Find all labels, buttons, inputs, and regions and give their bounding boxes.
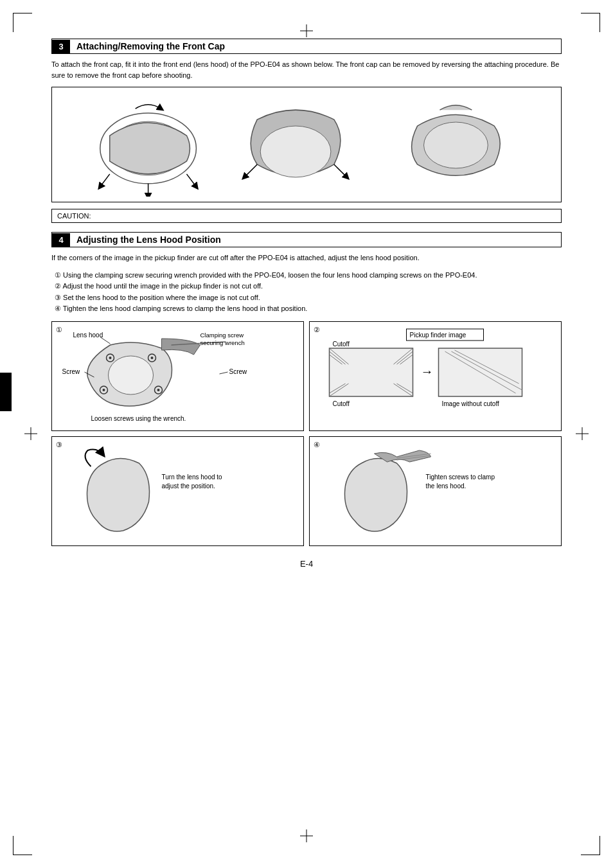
svg-text:Pickup finder image: Pickup finder image — [410, 332, 466, 339]
section3-number: 3 — [52, 40, 70, 53]
svg-text:Lens hood: Lens hood — [73, 332, 103, 339]
section4-title: Adjusting the Lens Hood Position — [70, 233, 227, 247]
section3-illustration — [51, 87, 562, 202]
svg-point-23 — [103, 389, 105, 391]
section3-header: 3 Attaching/Removing the Front Cap — [51, 39, 562, 54]
svg-line-34 — [220, 372, 228, 374]
corner-mark-tl — [13, 13, 32, 32]
svg-text:Clamping screw: Clamping screw — [200, 332, 244, 339]
svg-line-14 — [244, 164, 257, 177]
svg-text:→: → — [421, 364, 434, 378]
page-number: E-4 — [51, 559, 562, 569]
svg-text:adjust the position.: adjust the position. — [162, 483, 215, 490]
svg-text:the lens hood.: the lens hood. — [426, 483, 466, 490]
section4-description: If the corners of the image in the picku… — [51, 252, 562, 263]
bottom-cross — [300, 829, 313, 844]
side-tab — [0, 373, 12, 411]
caution-box: CAUTION: — [51, 209, 562, 223]
step-3: ③ Set the lens hood to the position wher… — [51, 292, 562, 304]
svg-point-19 — [109, 357, 112, 359]
caution-label: CAUTION: — [57, 212, 91, 220]
svg-point-16 — [424, 122, 488, 168]
svg-text:securing wrench: securing wrench — [200, 339, 245, 346]
svg-point-25 — [157, 389, 160, 391]
step-4: ④ Tighten the lens hood clamping screws … — [51, 303, 562, 315]
svg-line-15 — [334, 164, 347, 177]
svg-text:Loosen screws using the wrench: Loosen screws using the wrench. — [91, 415, 186, 422]
top-cross — [300, 24, 313, 39]
svg-line-12 — [186, 174, 196, 187]
section3-title: Attaching/Removing the Front Cap — [70, 39, 231, 53]
corner-mark-br — [581, 836, 600, 855]
diagram-cell-3: ③ Turn the lens hood to adjust the posit… — [51, 436, 304, 546]
page-number-text: E-4 — [300, 559, 313, 569]
svg-text:Screw: Screw — [229, 368, 248, 375]
svg-line-30 — [101, 337, 111, 344]
steps-list: ① Using the clamping screw securing wren… — [51, 270, 562, 315]
svg-text:Tighten screws to clamp: Tighten screws to clamp — [426, 474, 495, 481]
svg-text:Image without cutoff: Image without cutoff — [442, 400, 500, 407]
diagram-cell-1: ① — [51, 321, 304, 431]
diagram-cell-2: ② Pickup finder image C — [309, 321, 562, 431]
svg-text:Screw: Screw — [62, 368, 81, 375]
svg-text:Turn the lens hood to: Turn the lens hood to — [162, 474, 223, 481]
section3-description: To attach the front cap, fit it into the… — [51, 59, 562, 80]
step-2: ② Adjust the hood until the image in the… — [51, 281, 562, 292]
svg-rect-38 — [330, 348, 413, 396]
svg-point-13 — [260, 126, 331, 177]
diagram2-num: ② — [314, 326, 320, 334]
section4-header: 4 Adjusting the Lens Hood Position — [51, 232, 562, 247]
diagram-cell-4: ④ Tighten screws to clamp the lens hood. — [309, 436, 562, 546]
section4-number: 4 — [52, 233, 70, 247]
step-1: ① Using the clamping screw securing wren… — [51, 270, 562, 281]
svg-text:Cutoff: Cutoff — [333, 400, 350, 407]
diagram3-num: ③ — [56, 441, 62, 449]
diagram-grid: ① — [51, 321, 562, 546]
corner-mark-tr — [581, 13, 600, 32]
page: 3 Attaching/Removing the Front Cap To at… — [0, 0, 613, 868]
svg-point-17 — [109, 356, 154, 394]
diagram1-num: ① — [56, 326, 62, 334]
diagram4-num: ④ — [314, 441, 320, 449]
right-cross — [576, 427, 589, 441]
left-cross — [24, 427, 37, 441]
svg-point-21 — [151, 357, 154, 359]
corner-mark-bl — [13, 836, 32, 855]
svg-line-10 — [100, 174, 110, 187]
svg-text:Cutoff: Cutoff — [333, 341, 350, 348]
